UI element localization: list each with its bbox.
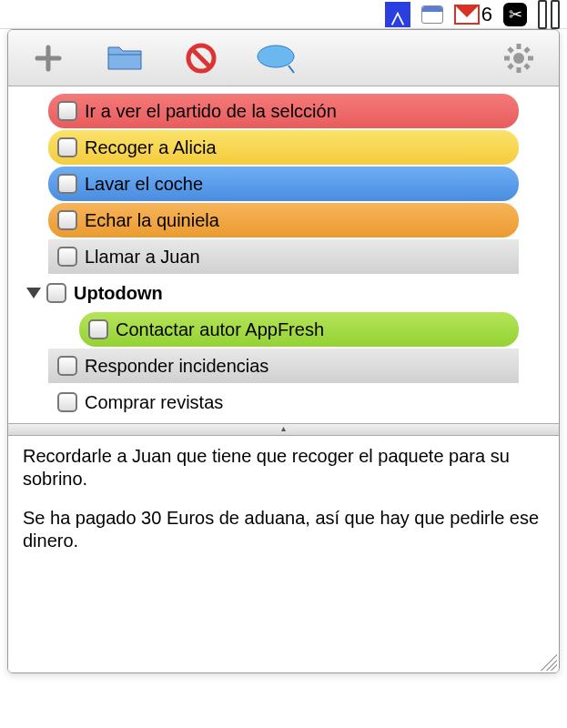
svg-point-1 (258, 46, 294, 67)
gmail-icon (454, 5, 480, 25)
svg-point-2 (513, 53, 524, 64)
scissors-icon[interactable]: ✂ (503, 3, 527, 26)
checkbox-icon[interactable] (88, 319, 108, 339)
menubar-app-icon[interactable] (385, 2, 410, 27)
task-label: Comprar revistas (85, 392, 223, 413)
checkbox-icon[interactable] (57, 356, 77, 376)
checkbox-icon[interactable] (57, 101, 77, 121)
task-row[interactable]: Lavar el coche (48, 167, 519, 201)
checkbox-icon[interactable] (46, 283, 66, 303)
task-row[interactable]: Llamar a Juan (48, 239, 519, 274)
task-list: Ir a ver el partido de la selcción Recog… (8, 86, 559, 423)
checkbox-icon[interactable] (57, 174, 77, 194)
task-row[interactable]: Echar la quiniela (48, 203, 519, 238)
task-row[interactable]: Comprar revistas (48, 385, 519, 420)
menubar-bars-icon[interactable] (538, 0, 560, 29)
task-label: Llamar a Juan (85, 247, 200, 268)
task-label: Responder incidencias (85, 356, 268, 377)
notes-paragraph: Recordarle a Juan que tiene que recoger … (23, 445, 544, 490)
calendar-icon[interactable] (421, 5, 443, 24)
checkbox-icon[interactable] (57, 247, 77, 267)
toolbar (8, 30, 559, 86)
system-menubar: 6 ✂ (0, 0, 567, 29)
task-row[interactable]: Contactar autor AppFresh (79, 312, 519, 347)
gmail-status[interactable]: 6 (454, 3, 492, 26)
group-row[interactable]: Uptodown (8, 276, 519, 310)
disclosure-triangle-icon[interactable] (26, 288, 41, 298)
checkbox-icon[interactable] (57, 210, 77, 230)
checkbox-icon[interactable] (57, 392, 77, 412)
task-label: Lavar el coche (85, 174, 203, 195)
splitter-handle[interactable]: ▴ (8, 423, 559, 436)
notes-paragraph: Se ha pagado 30 Euros de aduana, así que… (23, 507, 544, 552)
task-label: Recoger a Alicia (85, 137, 217, 158)
task-row[interactable]: Ir a ver el partido de la selcción (48, 94, 519, 128)
settings-button[interactable] (497, 40, 541, 76)
checkbox-icon[interactable] (57, 137, 77, 157)
folder-button[interactable] (103, 40, 147, 76)
task-label: Ir a ver el partido de la selcción (85, 101, 337, 122)
add-button[interactable] (26, 40, 70, 76)
cancel-button[interactable] (179, 40, 223, 76)
task-row[interactable]: Responder incidencias (48, 349, 519, 383)
task-label: Echar la quiniela (85, 210, 219, 231)
notes-pane[interactable]: Recordarle a Juan que tiene que recoger … (8, 436, 559, 672)
gmail-count: 6 (481, 3, 492, 26)
tag-button[interactable] (256, 40, 299, 76)
task-label: Contactar autor AppFresh (116, 319, 324, 340)
task-row[interactable]: Recoger a Alicia (48, 130, 519, 165)
app-window: Ir a ver el partido de la selcción Recog… (7, 29, 560, 673)
resize-grip-icon[interactable] (541, 654, 557, 671)
group-label: Uptodown (74, 283, 163, 304)
